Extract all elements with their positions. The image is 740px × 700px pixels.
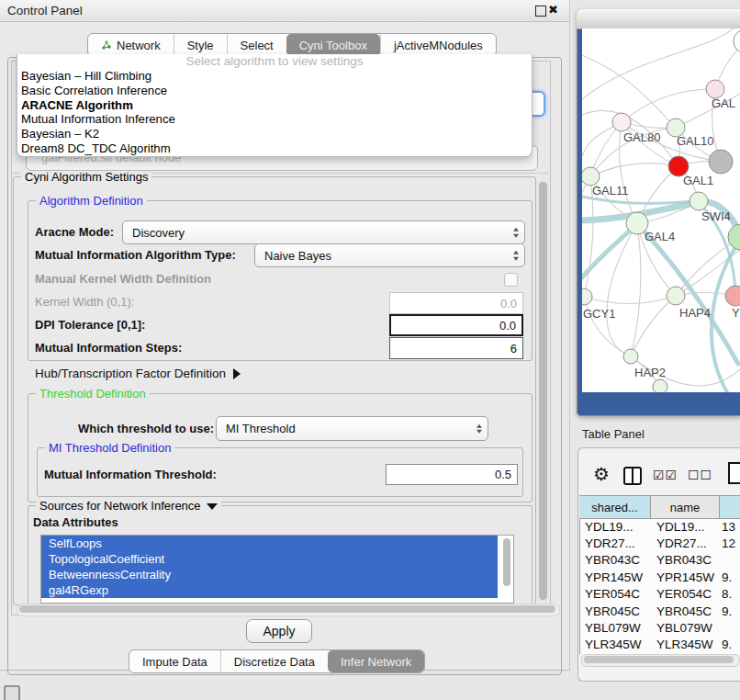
column-layout-icon[interactable] <box>623 467 642 485</box>
table-row[interactable]: YBR045CYBR045C9. <box>579 603 740 619</box>
table-cell: YER054C <box>651 587 720 601</box>
manual-kernel-checkbox[interactable] <box>504 273 518 287</box>
network-node-hap2[interactable] <box>623 349 638 364</box>
attribute-item-gal4rgexp[interactable]: gal4RGexp <box>41 582 498 598</box>
table-row[interactable]: YPR145WYPR145W9. <box>579 569 740 585</box>
which-threshold-value: MI Threshold <box>217 422 296 435</box>
network-node-swi4[interactable] <box>690 192 708 210</box>
settings-vertical-scrollbar[interactable] <box>537 180 549 602</box>
aracne-mode-value: Discovery <box>123 226 185 240</box>
network-node-label: GAL4 <box>645 230 675 243</box>
kernel-width-field[interactable]: 0.0 <box>389 292 523 314</box>
mi-type-select[interactable]: Naive Bayes <box>254 243 525 267</box>
network-teal-edge <box>582 197 696 203</box>
scrollbar-thumb[interactable] <box>539 182 547 600</box>
tab-discretize-data[interactable]: Discretize Data <box>220 650 328 672</box>
table-cell: YDR27... <box>651 536 720 550</box>
table-cell: YBR043C <box>651 553 720 567</box>
table-row[interactable]: YBR043CYBR043C <box>579 552 740 569</box>
attribute-item-topologicalcoefficient[interactable]: TopologicalCoefficient <box>41 551 498 567</box>
dpi-tolerance-value: 0.0 <box>499 319 516 333</box>
table-row[interactable]: YER054CYER054C8. <box>579 586 740 603</box>
table-cell: YBR043C <box>579 553 651 567</box>
tab-select[interactable]: Select <box>227 34 286 56</box>
dropdown-item-aracne-algorithm[interactable]: ARACNE Algorithm <box>17 98 532 113</box>
sources-legend-label: Sources for Network Inference <box>39 499 201 513</box>
table-row[interactable]: YBL079WYBL079W <box>579 619 740 636</box>
dropdown-item-list: Bayesian – Hill ClimbingBasic Correlatio… <box>17 69 532 156</box>
scrollbar-thumb[interactable] <box>584 656 734 663</box>
mi-threshold-field[interactable]: 0.5 <box>386 464 518 485</box>
network-node[interactable] <box>653 379 667 392</box>
network-teal-edge <box>638 225 738 364</box>
collapse-down-icon <box>207 503 218 510</box>
scrollbar-thumb[interactable] <box>19 605 555 613</box>
tab-label: Select <box>241 39 274 52</box>
apply-button[interactable]: Apply <box>246 619 312 643</box>
hub-definition-expander[interactable]: Hub/Transcription Factor Definition <box>35 367 241 381</box>
network-node-label: Y <box>732 306 740 320</box>
network-node-hap4[interactable] <box>667 287 685 305</box>
control-panel-titlebar: Control Panel ✖ <box>0 0 569 22</box>
network-node-label: GAL10 <box>677 134 713 148</box>
tab-label: jActiveMNodules <box>394 39 483 52</box>
attribute-item-betweennesscentrality[interactable]: BetweennessCentrality <box>41 567 498 582</box>
dropdown-item-bayesian-hill-climbing[interactable]: Bayesian – Hill Climbing <box>17 69 532 84</box>
network-node-gcy1[interactable] <box>582 288 592 305</box>
table-row[interactable]: YLR345WYLR345W9. <box>579 637 740 653</box>
network-node-y[interactable] <box>725 286 740 306</box>
select-all-checkboxes-icon[interactable]: ☑☑ <box>653 468 678 482</box>
network-edge <box>622 89 715 122</box>
tab-label: Impute Data <box>142 655 207 669</box>
dropdown-item-mutual-information-inference[interactable]: Mutual Information Inference <box>17 112 532 127</box>
network-canvas[interactable]: GALGAL80GAL10GAL1SWI4GAL4GAL11GCY1HAP4YH… <box>582 28 740 392</box>
mi-steps-field[interactable]: 6 <box>389 337 523 359</box>
list-scrollbar-thumb[interactable] <box>503 538 510 586</box>
tab-cyni-toolbox[interactable]: Cyni Toolbox <box>286 34 380 56</box>
tab-jactivemnodules[interactable]: jActiveMNodules <box>380 34 496 56</box>
table-horizontal-scrollbar[interactable] <box>581 654 740 667</box>
column-header-name[interactable]: name <box>651 496 720 518</box>
deselect-all-checkboxes-icon[interactable]: ☐☐ <box>688 468 712 482</box>
close-icon[interactable]: ✖ <box>548 3 558 17</box>
stepper-icon <box>513 251 519 261</box>
tab-impute-data[interactable]: Impute Data <box>129 650 220 672</box>
dropdown-item-dream8-dc-tdc-algorithm[interactable]: Dream8 DC_TDC Algorithm <box>17 141 532 156</box>
file-icon[interactable] <box>728 462 740 484</box>
which-threshold-select[interactable]: MI Threshold <box>216 416 488 441</box>
network-node[interactable] <box>709 150 733 174</box>
dropdown-item-bayesian-k2[interactable]: Bayesian – K2 <box>17 127 532 141</box>
table-cell: 9. <box>720 604 740 618</box>
column-header-partial[interactable] <box>720 496 740 518</box>
mi-type-label: Mutual Information Algorithm Type: <box>35 248 236 263</box>
network-node-gal[interactable] <box>706 80 724 98</box>
network-node-label: GAL <box>712 96 735 110</box>
tab-label: Cyni Toolbox <box>299 39 367 52</box>
network-edge <box>607 223 637 356</box>
column-header-shared-name[interactable]: shared... <box>579 496 651 518</box>
table-row[interactable]: YDR27...YDR27...12 <box>579 535 740 551</box>
tab-network[interactable]: Network <box>88 34 174 56</box>
tab-infer-network[interactable]: Infer Network <box>328 650 424 672</box>
network-window-titlebar <box>577 9 740 29</box>
table-row[interactable]: YDL19...YDL19...13 <box>579 518 740 535</box>
data-attributes-list: SelfLoopsTopologicalCoefficientBetweenne… <box>40 535 514 604</box>
mi-threshold-legend: MI Threshold Definition <box>45 441 174 455</box>
collapsed-panel-icon[interactable] <box>4 685 20 700</box>
network-node[interactable] <box>728 224 740 250</box>
table-cell: YDL19... <box>651 520 720 534</box>
settings-horizontal-scrollbar[interactable] <box>17 604 560 616</box>
attribute-item-selfloops[interactable]: SelfLoops <box>41 536 498 551</box>
table-cell: 12 <box>720 536 740 550</box>
float-window-icon[interactable] <box>535 6 546 17</box>
tab-style[interactable]: Style <box>174 34 227 56</box>
aracne-mode-select[interactable]: Discovery <box>122 220 525 244</box>
sources-legend[interactable]: Sources for Network Inference <box>36 499 221 513</box>
dpi-tolerance-field[interactable]: 0.0 <box>389 314 523 336</box>
expander-right-icon <box>233 368 241 379</box>
gear-icon[interactable]: ⚙ <box>593 463 610 485</box>
network-node-gal80[interactable] <box>612 113 631 131</box>
network-node-gal11[interactable] <box>582 167 600 186</box>
network-node[interactable] <box>734 29 740 53</box>
dropdown-item-basic-correlation-inference[interactable]: Basic Correlation Inference <box>17 84 532 98</box>
